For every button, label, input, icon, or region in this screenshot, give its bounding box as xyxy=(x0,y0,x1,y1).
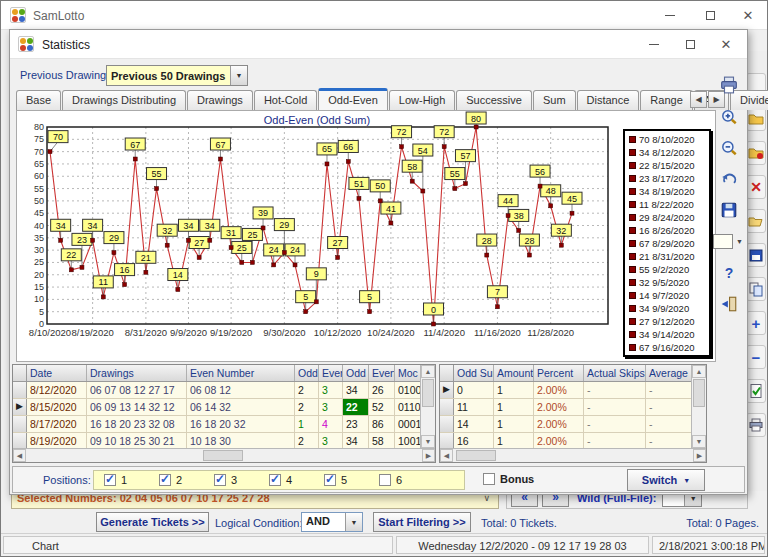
horizontal-scrollbar[interactable]: ◀▶ xyxy=(13,448,435,462)
horizontal-scrollbar[interactable]: ◀▶ xyxy=(440,448,706,462)
tab-odd-even[interactable]: Odd-Even xyxy=(318,88,388,110)
checkbox-box[interactable] xyxy=(379,474,391,486)
column-header[interactable]: Date xyxy=(27,365,87,381)
scroll-right-icon[interactable]: ▶ xyxy=(422,449,435,462)
open-folder-icon[interactable] xyxy=(746,209,766,233)
undo-icon[interactable] xyxy=(716,166,742,192)
table-row[interactable]: 1112.00%-- xyxy=(440,399,706,416)
column-header[interactable]: Actual Skips xyxy=(584,365,646,381)
tab-distance[interactable]: Distance xyxy=(577,90,640,110)
column-header[interactable]: Odd C xyxy=(295,365,319,381)
column-header[interactable]: Amount xyxy=(494,365,534,381)
tab-successive[interactable]: Successive xyxy=(456,90,532,110)
zoom-in-icon[interactable] xyxy=(716,104,742,130)
switch-button[interactable]: Switch ▼ xyxy=(627,469,705,491)
column-header[interactable]: Even xyxy=(369,365,395,381)
row-selector[interactable] xyxy=(440,399,454,415)
row-selector[interactable] xyxy=(13,433,27,449)
position-checkbox-3[interactable]: 3 xyxy=(204,474,259,486)
position-checkbox-5[interactable]: 5 xyxy=(314,474,369,486)
scroll-thumb[interactable] xyxy=(422,379,434,407)
bonus-checkbox-box[interactable] xyxy=(483,473,495,485)
tab-base[interactable]: Base xyxy=(16,90,61,110)
table-row[interactable]: ▶012.00%-- xyxy=(440,382,706,399)
delete-icon[interactable]: ✕ xyxy=(746,175,766,199)
vertical-scrollbar[interactable]: ▲▼ xyxy=(691,365,706,448)
checkbox-box[interactable] xyxy=(269,474,281,486)
save-icon[interactable] xyxy=(716,197,742,223)
checkbox-box[interactable] xyxy=(324,474,336,486)
main-maximize-button[interactable] xyxy=(693,1,727,29)
checkbox-box[interactable] xyxy=(214,474,226,486)
checkbox-box[interactable] xyxy=(104,474,116,486)
remove-icon[interactable]: − xyxy=(746,345,766,369)
row-selector[interactable]: ▶ xyxy=(440,382,454,398)
column-header[interactable]: Percent xyxy=(534,365,584,381)
scroll-thumb[interactable] xyxy=(203,450,243,461)
column-header[interactable]: Even Number xyxy=(187,365,295,381)
main-minimize-button[interactable] xyxy=(653,1,687,29)
stats-maximize-button[interactable] xyxy=(673,30,707,58)
row-selector[interactable] xyxy=(440,416,454,432)
zoom-out-icon[interactable] xyxy=(716,135,742,161)
tab-drawings-distributing[interactable]: Drawings Distributing xyxy=(62,90,186,110)
print-icon[interactable] xyxy=(716,72,742,98)
start-filtering-button[interactable]: Start Filtering >> xyxy=(373,512,471,532)
row-selector[interactable] xyxy=(13,365,27,381)
tab-drawings[interactable]: Drawings xyxy=(187,90,253,110)
tab-range[interactable]: Range xyxy=(640,90,692,110)
table-row[interactable]: 1412.00%-- xyxy=(440,416,706,433)
checkbox-box[interactable] xyxy=(159,474,171,486)
tab-scroll-left-icon[interactable]: ◀ xyxy=(690,91,707,108)
position-checkbox-4[interactable]: 4 xyxy=(259,474,314,486)
bonus-checkbox[interactable]: Bonus xyxy=(473,473,563,485)
svg-text:10: 10 xyxy=(34,294,44,304)
chevron-down-icon[interactable]: ▼ xyxy=(230,66,247,85)
color-picker[interactable]: ▼ xyxy=(710,228,746,254)
row-selector[interactable] xyxy=(13,382,27,398)
previous-drawings-select[interactable]: Previous 50 Drawings ▼ xyxy=(106,65,248,86)
scroll-down-icon[interactable]: ▼ xyxy=(692,435,706,448)
position-checkbox-1[interactable]: 1 xyxy=(94,474,149,486)
exit-icon[interactable] xyxy=(716,291,742,317)
column-header[interactable]: Drawings xyxy=(87,365,187,381)
scroll-left-icon[interactable]: ◀ xyxy=(440,449,453,462)
scroll-thumb[interactable] xyxy=(693,379,705,407)
scroll-down-icon[interactable]: ▼ xyxy=(421,435,435,448)
table-row[interactable]: ▶8/15/202006 09 13 14 32 1206 14 3223225… xyxy=(13,399,435,416)
row-selector[interactable] xyxy=(440,433,454,449)
add-icon[interactable]: + xyxy=(746,311,766,335)
column-header[interactable]: Odd S xyxy=(343,365,369,381)
scroll-thumb[interactable] xyxy=(456,450,496,461)
tab-sum[interactable]: Sum xyxy=(533,90,576,110)
scroll-left-icon[interactable]: ◀ xyxy=(13,449,26,462)
copy-icon[interactable] xyxy=(746,277,766,301)
scroll-up-icon[interactable]: ▲ xyxy=(692,365,706,378)
scroll-up-icon[interactable]: ▲ xyxy=(421,365,435,378)
column-header[interactable]: Odd Sum xyxy=(454,365,494,381)
position-checkbox-2[interactable]: 2 xyxy=(149,474,204,486)
print-small-icon[interactable] xyxy=(746,413,766,437)
chevron-down-icon[interactable]: ▼ xyxy=(345,513,362,531)
main-close-button[interactable]: ✕ xyxy=(731,1,765,29)
logical-condition-select[interactable]: AND ▼ xyxy=(301,512,363,532)
table-row[interactable]: 8/12/202006 07 08 12 27 1706 08 12233426… xyxy=(13,382,435,399)
generate-tickets-button[interactable]: Generate Tickets >> xyxy=(96,512,209,532)
stats-close-button[interactable]: ✕ xyxy=(709,30,743,58)
row-selector[interactable] xyxy=(440,365,454,381)
position-checkbox-6[interactable]: 6 xyxy=(369,474,424,486)
row-selector[interactable] xyxy=(13,416,27,432)
help-icon[interactable]: ? xyxy=(716,260,742,286)
scroll-right-icon[interactable]: ▶ xyxy=(693,449,706,462)
column-header[interactable]: Even xyxy=(319,365,343,381)
folder-icon[interactable] xyxy=(746,107,766,131)
table-row[interactable]: 8/17/202016 18 20 23 32 0816 18 20 32142… xyxy=(13,416,435,433)
tab-hot-cold[interactable]: Hot-Cold xyxy=(254,90,317,110)
folder-import-icon[interactable] xyxy=(746,141,766,165)
check-doc-icon[interactable] xyxy=(746,379,766,403)
vertical-scrollbar[interactable]: ▲▼ xyxy=(420,365,435,448)
tab-low-high[interactable]: Low-High xyxy=(389,90,455,110)
stats-minimize-button[interactable] xyxy=(637,30,671,58)
row-selector[interactable]: ▶ xyxy=(13,399,27,415)
save-blue-icon[interactable] xyxy=(746,243,766,267)
